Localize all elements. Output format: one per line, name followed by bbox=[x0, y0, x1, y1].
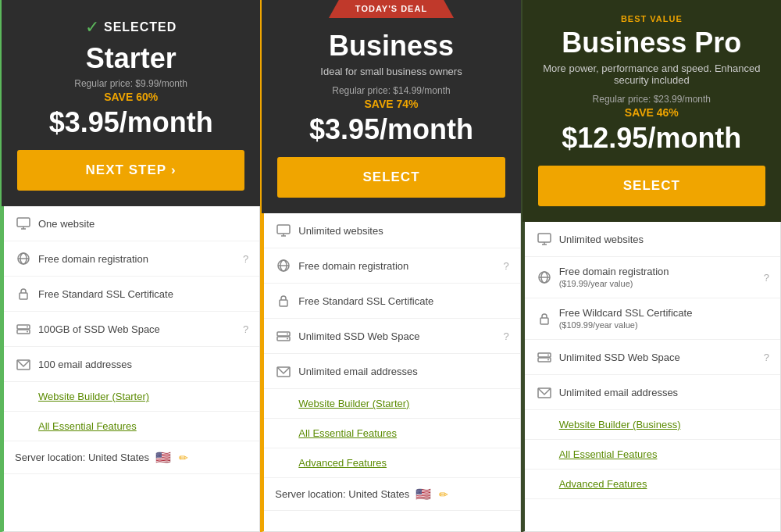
storage-icon bbox=[275, 327, 292, 345]
feature-link[interactable]: All Essential Features bbox=[38, 420, 137, 432]
feature-item: One website bbox=[4, 206, 259, 241]
feature-text: Unlimited websites bbox=[298, 225, 383, 237]
best-value-label: BEST VALUE bbox=[538, 14, 765, 23]
feature-item: Unlimited SSD Web Space? bbox=[264, 319, 519, 354]
select-button[interactable]: SELECT bbox=[277, 157, 505, 198]
feature-item: Free domain registration($19.99/year val… bbox=[525, 257, 780, 298]
feature-text: 100GB of SSD Web Space bbox=[38, 323, 160, 335]
feature-text: Unlimited websites bbox=[559, 234, 644, 245]
feature-item: 100 email addresses bbox=[4, 347, 259, 382]
feature-item: Free Standard SSL Certificate bbox=[4, 277, 259, 312]
feature-link[interactable]: Website Builder (Starter) bbox=[298, 398, 409, 409]
feature-text: One website bbox=[38, 218, 95, 230]
feature-text: Unlimited email addresses bbox=[298, 366, 417, 377]
selected-badge: ✓SELECTED bbox=[17, 17, 244, 37]
feature-text: Free domain registration bbox=[298, 260, 408, 272]
svg-point-21 bbox=[287, 334, 288, 335]
svg-rect-0 bbox=[17, 218, 30, 227]
help-icon[interactable]: ? bbox=[764, 272, 769, 284]
save-pct: SAVE 60% bbox=[17, 91, 244, 103]
feature-item: Unlimited websites bbox=[525, 222, 780, 257]
plan-business-pro: BEST VALUEBusiness ProMore power, perfor… bbox=[521, 0, 781, 532]
plan-name: Starter bbox=[17, 42, 244, 75]
plan-header-business-pro: BEST VALUEBusiness ProMore power, perfor… bbox=[522, 0, 781, 222]
plan-tagline: More power, performance and speed. Enhan… bbox=[538, 62, 765, 86]
feature-link-item[interactable]: Advanced Features bbox=[525, 470, 780, 499]
flag-icon: 🇺🇸 bbox=[155, 450, 171, 465]
feature-text: Free Wildcard SSL Certificate($109.99/ye… bbox=[559, 307, 693, 330]
regular-price: Regular price: $9.99/month bbox=[17, 78, 244, 89]
plan-tagline: Ideal for small business owners bbox=[277, 66, 505, 77]
email-icon bbox=[536, 384, 553, 401]
feature-text: Free domain registration($19.99/year val… bbox=[559, 266, 669, 289]
feature-text: Free Standard SSL Certificate bbox=[38, 288, 173, 300]
plan-features-business: Unlimited websitesFree domain registrati… bbox=[262, 213, 520, 532]
regular-price: Regular price: $14.99/month bbox=[277, 85, 505, 96]
feature-item: Unlimited email addresses bbox=[525, 375, 780, 410]
domain-icon bbox=[15, 250, 32, 267]
storage-icon bbox=[536, 348, 553, 366]
feature-link[interactable]: Website Builder (Business) bbox=[559, 419, 681, 430]
edit-icon[interactable]: ✏ bbox=[179, 452, 188, 464]
email-icon bbox=[15, 355, 32, 373]
server-label: Server location: United States bbox=[15, 452, 149, 463]
price: $3.95/month bbox=[17, 106, 244, 139]
feature-link-item[interactable]: Advanced Features bbox=[264, 448, 519, 478]
svg-point-33 bbox=[547, 355, 549, 356]
arrow-icon: › bbox=[171, 162, 177, 178]
feature-link[interactable]: Advanced Features bbox=[298, 457, 387, 469]
feature-link-item[interactable]: All Essential Features bbox=[4, 412, 259, 441]
feature-link-item[interactable]: Website Builder (Starter) bbox=[4, 382, 259, 412]
plan-business: TODAY'S DEALBusinessIdeal for small busi… bbox=[260, 0, 520, 532]
svg-point-22 bbox=[287, 338, 288, 340]
feature-item: Free domain registration? bbox=[4, 241, 259, 277]
plan-features-starter: One websiteFree domain registration?Free… bbox=[2, 206, 260, 532]
feature-link-item[interactable]: All Essential Features bbox=[525, 440, 780, 470]
feature-text: Free domain registration bbox=[38, 253, 148, 265]
help-icon[interactable]: ? bbox=[243, 323, 248, 335]
domain-icon bbox=[275, 257, 292, 274]
feature-text: Unlimited email addresses bbox=[559, 387, 678, 398]
check-icon: ✓ bbox=[85, 17, 99, 37]
select-button[interactable]: SELECT bbox=[538, 166, 765, 206]
feature-item: Free Wildcard SSL Certificate($109.99/ye… bbox=[525, 298, 780, 340]
feature-item: Unlimited SSD Web Space? bbox=[525, 340, 780, 375]
plan-name: Business Pro bbox=[538, 27, 765, 59]
plan-header-business: TODAY'S DEALBusinessIdeal for small busi… bbox=[262, 0, 520, 213]
feature-text: 100 email addresses bbox=[38, 359, 132, 370]
help-icon[interactable]: ? bbox=[764, 352, 769, 363]
svg-point-34 bbox=[547, 359, 549, 361]
domain-icon bbox=[536, 269, 553, 286]
svg-rect-24 bbox=[538, 234, 551, 242]
help-icon[interactable]: ? bbox=[503, 260, 508, 272]
ssl-icon bbox=[275, 292, 292, 309]
feature-link-item[interactable]: All Essential Features bbox=[264, 419, 519, 448]
feature-item: Free Standard SSL Certificate bbox=[264, 284, 519, 319]
svg-rect-30 bbox=[540, 318, 548, 324]
feature-link[interactable]: Advanced Features bbox=[559, 478, 647, 490]
help-icon[interactable]: ? bbox=[243, 253, 248, 265]
edit-icon[interactable]: ✏ bbox=[439, 488, 448, 501]
server-location-item: Server location: United States🇺🇸✏ bbox=[4, 441, 259, 474]
feature-text: Unlimited SSD Web Space bbox=[298, 330, 419, 342]
feature-link[interactable]: All Essential Features bbox=[559, 448, 658, 460]
feature-link[interactable]: Website Builder (Starter) bbox=[38, 391, 149, 402]
save-pct: SAVE 46% bbox=[538, 106, 765, 119]
feature-link-item[interactable]: Website Builder (Business) bbox=[525, 410, 780, 440]
selected-text: SELECTED bbox=[104, 20, 177, 34]
help-icon[interactable]: ? bbox=[503, 330, 508, 342]
feature-item: Free domain registration? bbox=[264, 248, 519, 284]
storage-icon bbox=[15, 320, 32, 337]
plan-starter: ✓SELECTEDStarterRegular price: $9.99/mon… bbox=[0, 0, 260, 532]
feature-item: Unlimited websites bbox=[264, 213, 519, 248]
feature-link-item[interactable]: Website Builder (Starter) bbox=[264, 389, 519, 419]
monitor-icon bbox=[275, 222, 292, 239]
feature-link[interactable]: All Essential Features bbox=[298, 427, 397, 439]
feature-item: 100GB of SSD Web Space? bbox=[4, 312, 259, 347]
svg-point-9 bbox=[27, 327, 28, 328]
plan-name: Business bbox=[277, 30, 505, 62]
feature-text: Unlimited SSD Web Space bbox=[559, 352, 680, 363]
plan-features-business-pro: Unlimited websitesFree domain registrati… bbox=[522, 222, 781, 532]
next-step-button[interactable]: NEXT STEP › bbox=[17, 150, 244, 191]
feature-item: Unlimited email addresses bbox=[264, 354, 519, 389]
